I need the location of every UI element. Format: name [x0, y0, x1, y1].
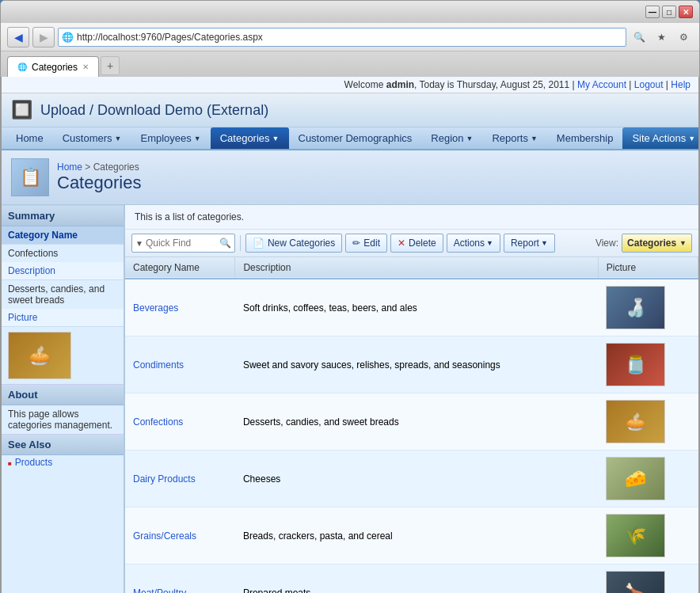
sidebar: Summary Category Name Confections Descri… — [2, 205, 124, 593]
sidebar-summary-title: Summary — [2, 205, 124, 226]
site-actions-chevron: ▼ — [688, 135, 695, 143]
help-link[interactable]: Help — [671, 79, 690, 90]
my-account-link[interactable]: My Account — [577, 79, 626, 90]
view-label: View: — [595, 238, 618, 249]
table-row: Dairy Products Cheeses 🧀 — [125, 450, 698, 507]
table-row: Condiments Sweet and savory sauces, reli… — [125, 336, 698, 393]
nav-item-customers[interactable]: Customers ▼ — [53, 127, 131, 149]
employees-chevron: ▼ — [194, 135, 201, 143]
nav-item-home[interactable]: Home — [6, 127, 53, 149]
delete-button[interactable]: ✕ Delete — [390, 234, 443, 253]
categories-chevron: ▼ — [272, 135, 280, 143]
category-image: 🍶 — [606, 286, 665, 329]
close-button[interactable]: ✕ — [679, 6, 693, 18]
search-box: ▼ 🔍 — [131, 234, 235, 253]
sidebar-see-also-products[interactable]: Products — [8, 457, 117, 468]
category-image: 🍗 — [606, 571, 665, 593]
maximize-button[interactable]: □ — [662, 6, 676, 18]
nav-item-reports[interactable]: Reports ▼ — [482, 127, 546, 149]
nav-item-employees[interactable]: Employees ▼ — [131, 127, 210, 149]
sidebar-picture: 🥧 — [2, 327, 124, 384]
search-dropdown-icon[interactable]: ▼ — [135, 239, 143, 248]
page-outer: — □ ✕ ◀ ▶ 🌐 http://localhost:9760/Pages/… — [0, 0, 700, 593]
search-input[interactable] — [146, 238, 217, 249]
cell-description: Cheeses — [235, 450, 598, 507]
favorites-btn[interactable]: ★ — [652, 28, 671, 47]
breadcrumb-home[interactable]: Home — [57, 162, 82, 173]
col-header-category-name: Category Name — [125, 257, 235, 279]
page-content: Summary Category Name Confections Descri… — [2, 205, 698, 593]
category-link[interactable]: Meat/Poultry — [133, 587, 186, 594]
table-row: Confections Desserts, candies, and sweet… — [125, 393, 698, 450]
cell-category-name: Condiments — [125, 336, 235, 393]
category-image: 🌾 — [606, 514, 665, 557]
category-link[interactable]: Condiments — [133, 359, 184, 371]
minimize-button[interactable]: — — [645, 6, 660, 18]
cell-category-name: Beverages — [125, 279, 235, 336]
actions-button[interactable]: Actions ▼ — [447, 234, 500, 253]
page-title: Categories — [57, 173, 141, 193]
table-header-row: Category Name Description Picture — [125, 257, 698, 279]
report-chevron-icon: ▼ — [541, 239, 548, 247]
sidebar-item-picture[interactable]: Picture — [2, 309, 124, 327]
forward-button[interactable]: ▶ — [32, 27, 55, 48]
cell-picture: 🍗 — [598, 564, 698, 594]
category-link[interactable]: Confections — [133, 416, 183, 428]
search-icon[interactable]: 🔍 — [219, 238, 231, 249]
sidebar-category-name-value: Confections — [2, 245, 124, 262]
view-dropdown-icon: ▼ — [679, 239, 687, 247]
cell-description: Desserts, candies, and sweet breads — [235, 393, 598, 450]
page-banner: 📋 Home > Categories Categories — [2, 150, 698, 205]
page-banner-icon: 📋 — [11, 158, 49, 196]
address-text: http://localhost:9760/Pages/Categories.a… — [77, 32, 622, 43]
category-link[interactable]: Beverages — [133, 302, 178, 314]
search-toolbar-btn[interactable]: 🔍 — [630, 28, 649, 47]
report-button[interactable]: Report ▼ — [504, 234, 555, 253]
browser-window: — □ ✕ ◀ ▶ 🌐 http://localhost:9760/Pages/… — [0, 0, 700, 593]
new-tab-button[interactable]: + — [101, 56, 120, 75]
welcome-text: Welcome — [344, 79, 386, 90]
sidebar-picture-img: 🥧 — [8, 332, 71, 379]
sidebar-item-description[interactable]: Description — [2, 262, 124, 280]
cell-category-name: Dairy Products — [125, 450, 235, 507]
cell-description: Breads, crackers, pasta, and cereal — [235, 507, 598, 564]
breadcrumb-current: Categories — [93, 162, 139, 173]
browser-body: Welcome admin, Today is Thursday, August… — [1, 77, 699, 593]
nav-item-site-actions[interactable]: Site Actions ▼ — [622, 127, 699, 149]
breadcrumb-sep: > — [82, 162, 93, 173]
new-categories-button[interactable]: 📄 New Categories — [245, 234, 342, 253]
cell-picture: 🍶 — [598, 279, 698, 336]
cell-picture: 🫙 — [598, 336, 698, 393]
list-description: This is a list of categories. — [125, 205, 698, 230]
sidebar-description-value: Desserts, candies, and sweet breads — [2, 280, 124, 309]
view-dropdown[interactable]: Categories ▼ — [622, 234, 692, 253]
col-header-description: Description — [235, 257, 598, 279]
tools-btn[interactable]: ⚙ — [674, 28, 693, 47]
cell-picture: 🌾 — [598, 507, 698, 564]
nav-item-region[interactable]: Region ▼ — [421, 127, 482, 149]
ie-icon: 🌐 — [62, 32, 74, 43]
logout-link[interactable]: Logout — [634, 79, 664, 90]
nav-item-membership[interactable]: Membership — [547, 127, 623, 149]
region-chevron: ▼ — [466, 135, 473, 143]
list-toolbar: ▼ 🔍 📄 New Categories ✏ Edit — [125, 230, 698, 257]
customers-chevron: ▼ — [115, 135, 122, 143]
back-button[interactable]: ◀ — [7, 27, 29, 48]
nav-item-categories[interactable]: Categories ▼ — [211, 127, 289, 149]
nav-bar: Home Customers ▼ Employees ▼ Categories … — [2, 127, 698, 150]
categories-table: Category Name Description Picture Bevera… — [125, 257, 698, 593]
col-header-picture: Picture — [598, 257, 698, 279]
sidebar-item-category-name[interactable]: Category Name — [2, 226, 124, 245]
edit-button[interactable]: ✏ Edit — [345, 234, 387, 253]
category-image: 🫙 — [606, 343, 665, 386]
category-image: 🧀 — [606, 457, 665, 500]
tab-close-icon[interactable]: ✕ — [82, 63, 89, 71]
main-panel: This is a list of categories. ▼ 🔍 📄 New … — [124, 205, 698, 593]
nav-item-customer-demographics[interactable]: Customer Demographics — [289, 127, 422, 149]
sidebar-about-text: This page allows categories management. — [2, 405, 124, 434]
breadcrumb: Home > Categories — [57, 162, 141, 173]
titlebar-buttons: — □ ✕ — [645, 6, 693, 18]
browser-tab-active[interactable]: 🌐 Categories ✕ — [7, 56, 99, 77]
category-link[interactable]: Dairy Products — [133, 473, 196, 485]
category-link[interactable]: Grains/Cereals — [133, 530, 196, 542]
